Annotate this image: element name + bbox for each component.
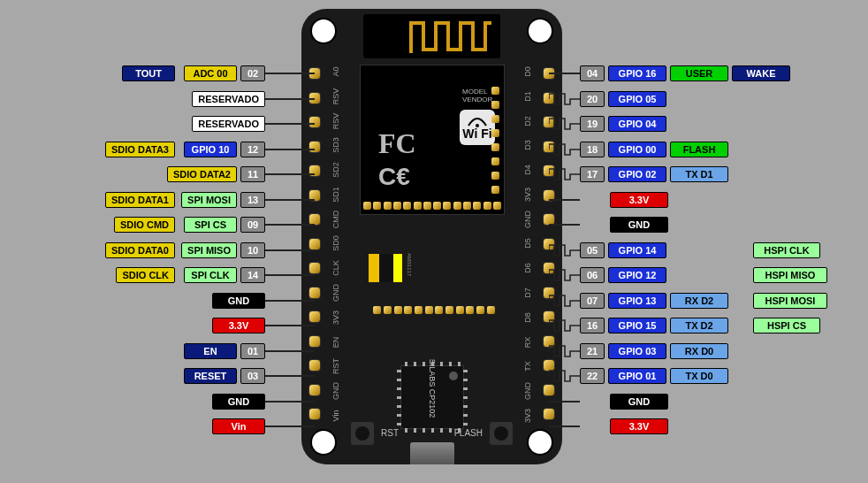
pinout-label: RX D0 (670, 343, 728, 359)
pinout-label: 20 (580, 91, 605, 107)
pinout-label: SDIO DATA3 (105, 142, 175, 157)
pinout-label: SDIO DATA0 (105, 242, 175, 258)
pinout-label: 01 (240, 343, 265, 359)
pinout-label: TOUT (122, 65, 175, 81)
pinout-label: SPI MISO (181, 242, 237, 258)
pinout-label: TX D2 (670, 318, 728, 334)
usbchip-label: SILABS CP2102 (428, 357, 437, 419)
pinout-label: 17 (580, 166, 605, 182)
pinout-label: GPIO 03 (608, 343, 666, 359)
pinout-label: ADC 00 (184, 65, 237, 81)
pinout-label: 3.3V (212, 318, 265, 334)
pinout-label: GND (610, 217, 668, 233)
rst-label: RST (381, 428, 399, 438)
pinout-label: SDIO CLK (116, 267, 175, 283)
mount-hole-icon (529, 431, 552, 454)
pinout-label: 22 (580, 368, 605, 384)
pinout-label: SDIO DATA1 (105, 192, 175, 208)
pcb-antenna-icon (363, 14, 500, 58)
rst-button[interactable] (351, 422, 374, 445)
pinout-label: HSPI MOSI (753, 293, 827, 309)
pinout-label: 06 (580, 267, 605, 283)
pinout-label: FLASH (670, 142, 728, 157)
nodemcu-board: FC C€ MODEL VENDOR Wi Fi AMS1117 SILABS … (301, 9, 562, 464)
header-row-icon (372, 306, 496, 318)
pinout-label: 09 (240, 217, 265, 233)
ams1117-regulator-icon: AMS1117 (379, 254, 393, 282)
pinout-label: TX D0 (670, 368, 728, 384)
pinout-label: HSPI CLK (753, 242, 820, 258)
pinout-label: 16 (580, 318, 605, 334)
pinout-label: HSPI MISO (753, 267, 827, 283)
pinout-label: EN (184, 343, 237, 359)
micro-usb-port-icon (410, 442, 454, 464)
pinout-label: GND (212, 394, 265, 410)
flash-label: FLASH (454, 428, 483, 438)
pinout-label: 04 (580, 65, 605, 81)
pinout-label: SPI MOSI (181, 192, 237, 208)
pinout-label: WAKE (732, 65, 790, 81)
pinout-label: RESERVADO (192, 91, 265, 107)
mount-hole-icon (312, 431, 335, 454)
pinout-label: USER (670, 65, 728, 81)
ce-icon: C€ (378, 163, 410, 191)
pinout-label: 02 (240, 65, 265, 81)
pinout-label: Vin (212, 418, 265, 434)
pinout-label: RESERVADO (192, 116, 265, 132)
pinout-label: GPIO 01 (608, 368, 666, 384)
pinout-label: GPIO 15 (608, 318, 666, 334)
pinout-label: SPI CLK (184, 267, 237, 283)
pinout-label: TX D1 (670, 166, 728, 182)
pinout-label: 14 (240, 267, 265, 283)
pinout-label: GPIO 05 (608, 91, 666, 107)
pinout-label: GPIO 04 (608, 116, 666, 132)
pinout-label: 3.3V (610, 418, 668, 434)
pinout-label: GND (610, 394, 668, 410)
pinout-label: 18 (580, 142, 605, 157)
pinout-label: GPIO 00 (608, 142, 666, 157)
wifi-logo-icon: Wi Fi (460, 110, 495, 145)
pinout-label: GPIO 14 (608, 242, 666, 258)
pinout-label: 05 (580, 242, 605, 258)
pinout-label: GPIO 16 (608, 65, 666, 81)
pinout-label: 19 (580, 116, 605, 132)
pinout-label: 11 (240, 166, 265, 182)
pinout-label: SDIO CMD (114, 217, 175, 233)
pinout-label: GPIO 10 (184, 142, 237, 157)
flash-button[interactable] (490, 422, 513, 445)
pinout-label: 03 (240, 368, 265, 384)
pinout-label: 13 (240, 192, 265, 208)
pinout-label: RESET (184, 368, 237, 384)
pinout-label: GPIO 12 (608, 267, 666, 283)
pinout-label: GPIO 13 (608, 293, 666, 309)
fcc-icon: FC (378, 127, 416, 160)
pinout-label: 12 (240, 142, 265, 157)
mount-hole-icon (312, 19, 335, 42)
pinout-label: 21 (580, 343, 605, 359)
pinout-label: 07 (580, 293, 605, 309)
pinout-label: SPI CS (184, 217, 237, 233)
pinout-label: HSPI CS (753, 318, 820, 334)
pinout-label: RX D2 (670, 293, 728, 309)
pinout-label: GND (212, 293, 265, 309)
pinout-label: 10 (240, 242, 265, 258)
pinout-label: GPIO 02 (608, 166, 666, 182)
pinout-label: 3.3V (610, 192, 668, 208)
regulator-label: AMS1117 (407, 253, 412, 267)
cp2102-chip-icon: SILABS CP2102 (400, 365, 464, 429)
pinout-label: SDIO DATA2 (167, 166, 237, 182)
esp8266-module: FC C€ MODEL VENDOR Wi Fi (360, 65, 505, 215)
mount-hole-icon (529, 19, 552, 42)
wifi-text: Wi Fi (462, 127, 491, 140)
